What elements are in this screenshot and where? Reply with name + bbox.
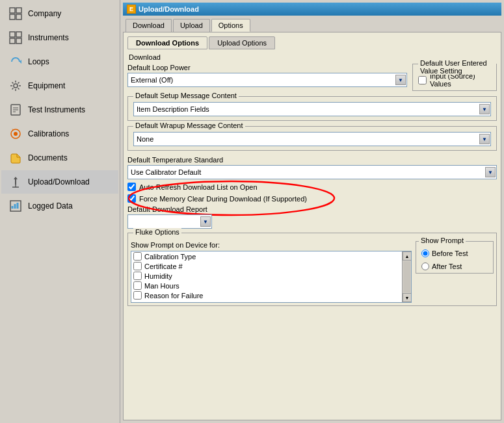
list-item: Man Hours bbox=[131, 281, 401, 290]
man-hours-checkbox[interactable] bbox=[133, 281, 142, 290]
fluke-list-label: Show Prompt on Device for: bbox=[131, 241, 412, 249]
before-test-row: Before Test bbox=[421, 250, 488, 257]
svg-rect-2 bbox=[10, 14, 15, 19]
tab-upload[interactable]: Upload bbox=[173, 19, 210, 32]
loop-power-row: Default Loop Power External (Off) Intern… bbox=[127, 64, 497, 91]
sub-tab-row: Download Options Upload Options bbox=[127, 36, 497, 49]
instruments-icon bbox=[8, 31, 23, 45]
after-test-radio[interactable] bbox=[421, 263, 429, 270]
sidebar-item-company[interactable]: Company bbox=[1, 2, 118, 25]
svg-rect-5 bbox=[16, 32, 21, 37]
temp-standard-select[interactable]: Use Calibrator Default ITS-90 IPTS-68 bbox=[127, 165, 497, 179]
main-content: E Upload/Download Download Upload Option… bbox=[120, 0, 504, 423]
logged-data-icon bbox=[8, 199, 23, 213]
sidebar-item-calibrations[interactable]: Calibrations bbox=[1, 122, 118, 146]
calibrations-icon bbox=[8, 127, 23, 141]
fluke-options-section: Fluke Options Show Prompt on Device for:… bbox=[127, 233, 497, 306]
setup-message-dropdown-wrapper: Item Description Fields None All Fields … bbox=[133, 102, 491, 116]
sidebar-item-loops[interactable]: Loops bbox=[1, 50, 118, 73]
svg-rect-6 bbox=[10, 38, 15, 44]
list-item: Calibration Type bbox=[131, 251, 401, 261]
certificate-checkbox[interactable] bbox=[133, 262, 142, 270]
logged-data-label: Logged Data bbox=[28, 201, 73, 211]
wrapup-message-title: Default Wrapup Message Content bbox=[133, 122, 245, 129]
company-label: Company bbox=[28, 9, 61, 18]
window-title-bar: E Upload/Download bbox=[123, 3, 501, 16]
company-icon bbox=[8, 6, 23, 21]
equipment-icon bbox=[8, 79, 23, 93]
temp-standard-label: Default Temperature Standard bbox=[127, 156, 497, 164]
sidebar-item-logged-data[interactable]: Logged Data bbox=[1, 194, 118, 218]
loop-power-dropdown-wrapper: External (Off) Internal Auto ▼ bbox=[127, 73, 407, 87]
force-memory-checkbox[interactable] bbox=[127, 194, 136, 203]
loops-icon bbox=[8, 55, 23, 69]
before-test-label: Before Test bbox=[432, 250, 468, 257]
after-test-label: After Test bbox=[432, 263, 462, 270]
svg-rect-3 bbox=[16, 14, 21, 19]
before-test-radio[interactable] bbox=[421, 250, 429, 257]
instruments-label: Instruments bbox=[28, 33, 69, 42]
calibration-type-checkbox[interactable] bbox=[133, 252, 142, 261]
download-report-dropdown-wrapper: ▼ bbox=[127, 214, 212, 229]
sidebar-item-instruments[interactable]: Instruments bbox=[1, 26, 118, 49]
after-test-row: After Test bbox=[421, 263, 488, 270]
download-report-select[interactable] bbox=[127, 214, 212, 229]
setup-message-select[interactable]: Item Description Fields None All Fields bbox=[133, 102, 491, 116]
svg-point-15 bbox=[14, 132, 18, 136]
list-item: Certificate # bbox=[131, 261, 401, 271]
humidity-checkbox[interactable] bbox=[133, 272, 142, 280]
temp-standard-dropdown-wrapper: Use Calibrator Default ITS-90 IPTS-68 ▼ bbox=[127, 165, 497, 179]
force-memory-label: Force Memory Clear During Download (If S… bbox=[139, 195, 307, 203]
scroll-up-arrow[interactable]: ▲ bbox=[403, 251, 412, 261]
sidebar: Company Instruments Loops bbox=[0, 0, 120, 423]
documents-label: Documents bbox=[28, 153, 68, 162]
setup-message-title: Default Setup Message Content bbox=[133, 92, 239, 99]
list-item: Reason for Failure bbox=[131, 290, 401, 300]
fluke-list-box: Calibration Type Certificate # Humidity bbox=[131, 251, 412, 303]
svg-point-9 bbox=[14, 84, 18, 88]
temp-standard-section: Default Temperature Standard Use Calibra… bbox=[127, 156, 497, 179]
auto-refresh-checkbox[interactable] bbox=[127, 183, 136, 191]
show-prompt-title: Show Prompt bbox=[419, 237, 466, 244]
sidebar-item-equipment[interactable]: Equipment bbox=[1, 74, 118, 97]
sidebar-item-upload-download[interactable]: Upload/Download bbox=[1, 170, 118, 194]
sidebar-item-test-instruments[interactable]: Test Instruments bbox=[1, 98, 118, 122]
test-instruments-label: Test Instruments bbox=[28, 105, 85, 114]
svg-marker-17 bbox=[14, 177, 18, 179]
content-panel: Download Options Upload Options Download… bbox=[123, 32, 501, 420]
window-title: Upload/Download bbox=[139, 5, 199, 13]
fluke-options-title: Fluke Options bbox=[133, 228, 181, 236]
svg-rect-0 bbox=[10, 8, 15, 13]
svg-rect-7 bbox=[16, 38, 21, 44]
wrapup-message-group: Default Wrapup Message Content None All … bbox=[127, 126, 497, 151]
user-entered-col: Default User Entered Value Setting Input… bbox=[412, 64, 497, 91]
list-item: Humidity bbox=[131, 271, 401, 281]
calibration-type-label: Calibration Type bbox=[144, 253, 196, 261]
user-entered-group: Default User Entered Value Setting Input… bbox=[412, 64, 497, 91]
wrapup-message-dropdown-wrapper: None All Fields ▼ bbox=[133, 132, 491, 146]
input-source-checkbox[interactable] bbox=[418, 76, 427, 84]
humidity-label: Humidity bbox=[144, 272, 172, 280]
fluke-list-container: Show Prompt on Device for: Calibration T… bbox=[131, 241, 412, 303]
sub-tab-upload-options[interactable]: Upload Options bbox=[209, 36, 275, 49]
sidebar-item-documents[interactable]: Documents bbox=[1, 146, 118, 170]
calibrations-label: Calibrations bbox=[28, 129, 69, 138]
tab-options[interactable]: Options bbox=[211, 19, 250, 32]
auto-refresh-row: Auto Refresh Download List on Open bbox=[127, 183, 497, 191]
reason-for-failure-checkbox[interactable] bbox=[133, 291, 142, 300]
man-hours-label: Man Hours bbox=[144, 282, 179, 290]
user-entered-title: Default User Entered Value Setting bbox=[418, 59, 496, 75]
auto-refresh-label: Auto Refresh Download List on Open bbox=[139, 183, 258, 191]
tab-download[interactable]: Download bbox=[126, 19, 172, 32]
scroll-down-arrow[interactable]: ▼ bbox=[403, 293, 412, 302]
loop-power-col: Default Loop Power External (Off) Intern… bbox=[127, 64, 407, 91]
reason-for-failure-label: Reason for Failure bbox=[144, 292, 204, 300]
loop-power-select[interactable]: External (Off) Internal Auto bbox=[127, 73, 407, 87]
documents-icon bbox=[8, 151, 23, 165]
checkboxes-section: Auto Refresh Download List on Open Force… bbox=[127, 183, 497, 203]
sub-tab-download-options[interactable]: Download Options bbox=[127, 36, 207, 49]
wrapup-message-select[interactable]: None All Fields bbox=[133, 132, 491, 146]
download-report-label: Default Download Report bbox=[127, 205, 497, 213]
fluke-list-scrollbar: ▲ ▼ bbox=[402, 251, 411, 302]
force-memory-row: Force Memory Clear During Download (If S… bbox=[127, 194, 497, 203]
